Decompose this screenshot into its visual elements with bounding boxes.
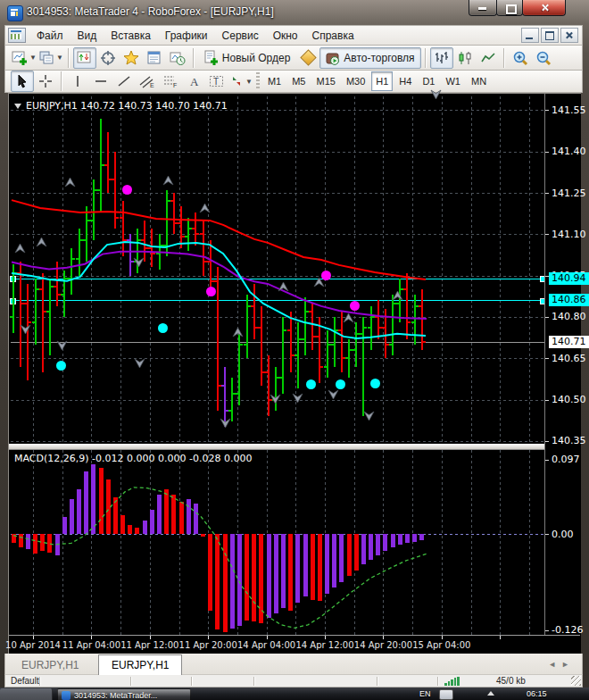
zoom-in-icon [512, 50, 528, 66]
price-axis-label: 140.65 [552, 353, 586, 364]
keyboard-layout-icon[interactable] [439, 689, 453, 700]
autotrade-button[interactable]: Авто-торговля [319, 47, 420, 69]
chart-tab-0[interactable]: EURJPY,H1 [9, 656, 91, 674]
new-chart-button[interactable]: ▼ [11, 47, 37, 69]
status-profile-label: Default [11, 676, 39, 686]
timeframe-button-m1[interactable]: M1 [263, 71, 286, 91]
metaeditor-button[interactable] [296, 47, 319, 69]
tray-expand-icon[interactable] [487, 691, 494, 696]
mdi-close-button[interactable] [560, 28, 578, 43]
taskbar-clock[interactable]: 06:15 [527, 689, 547, 698]
maximize-button[interactable] [496, 0, 523, 16]
pane-splitter[interactable] [9, 444, 580, 450]
equidistant-channel-button[interactable]: E [136, 71, 159, 92]
text-label-button[interactable]: T [205, 71, 228, 92]
minimize-icon [478, 7, 486, 10]
profiles-button[interactable]: ▼ [37, 47, 64, 69]
terminal-button[interactable] [143, 47, 166, 69]
navigator-star-icon [123, 50, 139, 66]
tab-scroll-arrows[interactable]: ◄► [548, 660, 575, 669]
timeframe-button-m15[interactable]: M15 [311, 71, 339, 91]
taskbar-app-button[interactable]: 3014953: MetaTrader... [57, 688, 191, 700]
toolbar-separator [425, 48, 427, 68]
arrows-shapes-button[interactable]: ▼ [228, 71, 253, 92]
close-button[interactable] [522, 0, 566, 16]
new-order-button[interactable]: Новый Ордер [198, 47, 296, 69]
menu-item-2[interactable]: Вставка [104, 28, 158, 44]
menu-item-5[interactable]: Окно [266, 28, 305, 44]
toolbar-separator [193, 48, 195, 68]
timeframe-button-h4[interactable]: H4 [394, 71, 416, 91]
menu-item-4[interactable]: Сервис [215, 28, 266, 44]
fibonacci-button[interactable]: F [159, 71, 182, 92]
timeframe-button-h1[interactable]: H1 [371, 71, 393, 91]
resize-grip[interactable] [571, 676, 581, 686]
crosshair-button[interactable] [34, 71, 57, 92]
timeframe-button-mn[interactable]: MN [467, 71, 491, 91]
time-axis[interactable]: 10 Apr 201411 Apr 04:0011 Apr 12:0011 Ap… [9, 635, 580, 654]
signal-arrow-down [328, 389, 339, 400]
cursor-button[interactable] [11, 71, 34, 92]
zoom-in-button[interactable] [509, 47, 532, 69]
menu-item-1[interactable]: Вид [71, 28, 104, 44]
metatrader-icon [62, 691, 71, 700]
text-button[interactable]: A [182, 71, 205, 92]
chart-collapse-icon[interactable] [14, 104, 21, 109]
svg-text:E: E [150, 82, 154, 88]
time-axis-tick [91, 636, 92, 639]
vertical-line-button[interactable] [66, 71, 89, 92]
bar-chart-mode-button[interactable] [430, 47, 453, 69]
price-badge: 140.86 [549, 294, 589, 306]
toolbar-separator [503, 48, 505, 68]
ma-line-red [12, 200, 426, 279]
minimize-button[interactable] [469, 0, 497, 16]
chart-tab-bar: ◄► EURJPY,H1EURJPY,H1 [4, 654, 583, 674]
line-chart-mode-button[interactable] [477, 47, 500, 69]
data-window-button[interactable] [96, 47, 120, 69]
macd-axis-label: 0.00 [552, 529, 574, 540]
tray-language-label[interactable]: EN [419, 689, 431, 698]
horizontal-line-button[interactable] [89, 71, 112, 92]
line-studies-toolbar: E F A T ▼ M1M5M15M30H1H4D1W1MN [4, 70, 583, 93]
window-title: 3014953: MetaTrader 4 - RoboForex - [EUR… [27, 5, 274, 18]
menu-item-3[interactable]: Графики [158, 28, 215, 44]
timeframe-button-m30[interactable]: M30 [342, 71, 369, 91]
menu-item-0[interactable]: Файл [29, 28, 71, 44]
price-axis-label: 140.35 [552, 435, 586, 446]
signal-arrow-up [14, 243, 26, 254]
mdi-minimize-button[interactable] [521, 28, 539, 43]
price-chart-pane[interactable] [11, 96, 544, 444]
timeframes-toolbar: M1M5M15M30H1H4D1W1MN [262, 71, 492, 91]
timeframe-button-d1[interactable]: D1 [418, 71, 439, 91]
svg-text:A: A [190, 75, 199, 88]
signal-dot-cyan [370, 379, 380, 388]
timeframe-button-m5[interactable]: M5 [287, 71, 310, 91]
menu-item-6[interactable]: Справка [305, 28, 361, 44]
taskbar-button[interactable] [0, 688, 53, 700]
bar-chart-icon [434, 50, 450, 66]
price-axis-tick [545, 358, 549, 359]
price-axis-label: 140.80 [552, 311, 586, 322]
chevron-down-icon: ▼ [29, 54, 37, 62]
candlestick-mode-button[interactable] [453, 47, 477, 69]
mdi-restore-button[interactable] [541, 28, 559, 43]
text-icon: A [187, 74, 201, 88]
market-watch-button[interactable] [73, 47, 96, 69]
price-badge: 140.94 [549, 272, 589, 285]
price-axis-tick [545, 317, 549, 318]
zoom-out-button[interactable] [532, 47, 555, 69]
trend-line-button[interactable] [112, 71, 136, 92]
chevron-down-icon: ▼ [56, 54, 63, 62]
price-axis[interactable]: 141.55141.40141.25141.10140.95140.80140.… [544, 94, 581, 654]
signal-arrow-down [56, 340, 68, 351]
timeframe-button-w1[interactable]: W1 [441, 71, 465, 91]
chart-tab-1[interactable]: EURJPY,H1 [98, 654, 182, 675]
navigator-button[interactable] [120, 47, 143, 69]
toolbar-grip[interactable] [256, 72, 260, 90]
arrows-shapes-icon [229, 74, 244, 88]
moving-averages-overlay [11, 96, 544, 444]
toolbar-separator [61, 71, 62, 91]
time-axis-label: 10 Apr 2014 [5, 640, 61, 650]
macd-indicator-pane[interactable] [11, 450, 544, 635]
strategy-tester-button[interactable] [166, 47, 189, 69]
